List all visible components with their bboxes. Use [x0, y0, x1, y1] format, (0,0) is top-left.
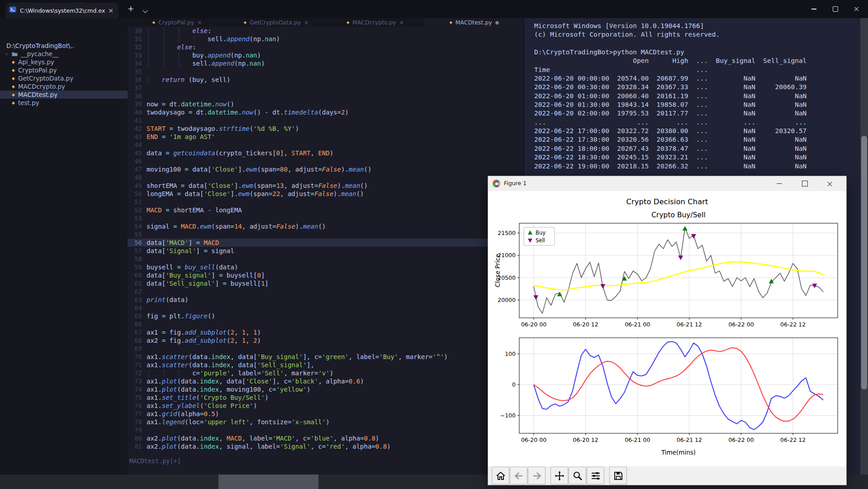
figure-maximize-button[interactable] — [795, 176, 815, 191]
code-line-48[interactable]: 48 — [128, 173, 524, 182]
code-line-49[interactable]: 49shortEMA = data['Close'].ewm(span=13, … — [128, 182, 524, 190]
code-token: , adjust — [280, 190, 310, 197]
tree-item-cryptopal-py[interactable]: ◆CryptoPal.py — [0, 66, 128, 74]
code-token: (days — [318, 109, 337, 116]
code-line-60[interactable]: 60data['Buy_signal'] = buysell[0] — [128, 271, 524, 279]
code-line-72[interactable]: 72│ │ │ c='purple', label='Sell', marker… — [128, 369, 524, 377]
tree-item-macdtest-py[interactable]: ◆MACDtest.py — [0, 91, 128, 99]
python-file-icon: ◆ — [450, 20, 452, 24]
code-line-58[interactable]: 58 — [128, 255, 524, 263]
terminal-tab[interactable]: C:\Windows\system32\cmd.ex × — [5, 3, 119, 18]
code-token: 'MACD' — [272, 435, 295, 442]
code-line-44[interactable]: 44 — [128, 141, 524, 149]
code-line-40[interactable]: 40twodaysago = dt.datetime.now() - dt.ti… — [128, 108, 524, 116]
toolbar-pan-button[interactable] — [550, 467, 568, 484]
tab-dropdown-button[interactable] — [141, 5, 150, 13]
figure-window[interactable]: Figure 1 Crypto Decision Chart Crypto Bu… — [488, 176, 847, 485]
code-line-34[interactable]: 34│ │ │ sell.append(np.nan) — [128, 59, 524, 67]
tab-close-icon[interactable]: × — [304, 19, 308, 26]
code-area[interactable]: 30│ │ │ else:31│ │ │ │ sell.append(np.na… — [128, 27, 524, 451]
code-line-53[interactable]: 53 — [128, 214, 524, 222]
code-line-36[interactable]: 36│ return (buy, sell) — [128, 76, 524, 84]
code-line-63[interactable]: 63print(data) — [128, 296, 524, 304]
code-line-47[interactable]: 47moving100 = data['Close'].ewm(span=80,… — [128, 165, 524, 173]
code-line-70[interactable]: 70ax1.scatter(data.index, data['Buy_sign… — [128, 353, 524, 361]
code-line-31[interactable]: 31│ │ │ │ sell.append(np.nan) — [128, 35, 524, 43]
file-explorer: D:\CryptoTradingBot\.. ›__pycache__◆Api_… — [0, 18, 128, 475]
code-line-73[interactable]: 73ax1.plot(data.index, data['Close'], c=… — [128, 377, 524, 385]
code-line-64[interactable]: 64 — [128, 304, 524, 312]
code-line-54[interactable]: 54signal = MACD.ewm(span=14, adjust=Fals… — [128, 222, 524, 230]
code-line-59[interactable]: 59buysell = buy_sell(data) — [128, 263, 524, 271]
toolbar-forward-button[interactable] — [528, 467, 545, 484]
code-line-69[interactable]: 69 — [128, 345, 524, 353]
code-line-65[interactable]: 65fig = plt.figure() — [128, 312, 524, 320]
code-line-71[interactable]: 71ax1.scatter(data.index, data['Sell_sig… — [128, 361, 524, 369]
code-line-78[interactable]: 78ax1.legend(loc='upper left', fontsize=… — [128, 418, 524, 426]
tab-close-icon[interactable]: × — [399, 19, 404, 26]
toolbar-home-button[interactable] — [492, 467, 509, 484]
toolbar-save-button[interactable] — [609, 467, 627, 484]
bottom-scrollbar-thumb[interactable] — [218, 475, 318, 489]
code-line-74[interactable]: 74ax1.plot(data.index, moving100, c='yel… — [128, 385, 524, 393]
editor-tab-getcryptodata-py[interactable]: ◆GetCryptoData.py× — [227, 18, 326, 27]
code-line-61[interactable]: 61data['Sell_signal'] = buysell[1] — [128, 279, 524, 288]
tree-item-getcryptodata-py[interactable]: ◆GetCryptoData.py — [0, 74, 128, 82]
figure-minimize-button[interactable] — [769, 176, 789, 191]
tree-item--pycache-[interactable]: ›__pycache__ — [0, 50, 128, 58]
code-line-56[interactable]: 56data['MACD'] = MACD — [128, 239, 524, 247]
code-token: () — [364, 166, 372, 173]
editor-tab-macdcrypto-py[interactable]: ◆MACDcrypto.py× — [326, 18, 425, 27]
window-close-button[interactable] — [846, 0, 867, 18]
code-line-37[interactable]: 37 — [128, 84, 524, 92]
code-line-67[interactable]: 67ax1 = fig.add_subplot(2, 1, 1) — [128, 328, 524, 336]
code-token: = — [162, 101, 166, 108]
scrollbar-thumb[interactable] — [861, 136, 867, 389]
code-line-51[interactable]: 51 — [128, 198, 524, 206]
toolbar-subplots-button[interactable] — [587, 467, 604, 484]
figure-titlebar[interactable]: Figure 1 — [488, 176, 846, 192]
code-line-62[interactable]: 62 — [128, 288, 524, 296]
code-line-32[interactable]: 32│ │ else: — [128, 43, 524, 51]
window-scrollbar[interactable] — [860, 18, 868, 489]
code-line-77[interactable]: 77ax1.grid(alpha=0.5) — [128, 410, 524, 418]
editor-tab-cryptopal-py[interactable]: ◆CryptoPal.py× — [128, 18, 227, 27]
code-line-33[interactable]: 33│ │ │ buy.append(np.nan) — [128, 51, 524, 59]
code-line-79[interactable]: 79 — [128, 426, 524, 434]
code-line-30[interactable]: 30│ │ │ else: — [128, 27, 524, 35]
tab-close-icon[interactable]: × — [197, 19, 202, 26]
code-line-68[interactable]: 68ax2 = fig.add_subplot(2, 1, 2) — [128, 336, 524, 345]
window-maximize-button[interactable] — [825, 0, 846, 18]
code-line-80[interactable]: 80ax2.plot(data.index, MACD, label='MACD… — [128, 434, 524, 442]
file-explorer-root[interactable]: D:\CryptoTradingBot\.. — [6, 42, 74, 50]
tree-item-api-keys-py[interactable]: ◆Api_keys.py — [0, 58, 128, 66]
code-line-50[interactable]: 50longEMA = data['Close'].ewm(span=22, a… — [128, 190, 524, 198]
code-line-39[interactable]: 39now = dt.datetime.now() — [128, 100, 524, 108]
editor-tab-macdtest-py[interactable]: ◆MACDtest.py● — [425, 18, 524, 27]
modified-dot-icon[interactable]: ● — [495, 20, 499, 25]
code-line-75[interactable]: 75ax1.set_title('Crypto Buy/Sell') — [128, 393, 524, 402]
code-line-43[interactable]: 43END = '1m ago AST' — [128, 133, 524, 141]
toolbar-back-button[interactable] — [510, 467, 527, 484]
code-line-46[interactable]: 46 — [128, 157, 524, 165]
code-token: 'green' — [322, 353, 349, 360]
window-minimize-button[interactable] — [803, 0, 825, 18]
code-line-41[interactable]: 41 — [128, 116, 524, 125]
code-line-66[interactable]: 66 — [128, 320, 524, 328]
code-line-35[interactable]: 35 — [128, 67, 524, 76]
code-line-55[interactable]: 55 — [128, 230, 524, 239]
code-line-52[interactable]: 52MACD = shortEMA - longEMA — [128, 206, 524, 214]
chevron-right-icon[interactable]: › — [5, 50, 9, 58]
new-tab-button[interactable]: + — [125, 4, 137, 14]
figure-close-button[interactable] — [820, 176, 840, 191]
tree-item-macdcrypto-py[interactable]: ◆MACDcrypto.py — [0, 82, 128, 91]
tree-item-test-py[interactable]: ◆test.py — [0, 99, 128, 107]
code-line-57[interactable]: 57data['Signal'] = signal — [128, 247, 524, 255]
terminal-tab-close-icon[interactable]: × — [107, 7, 115, 14]
toolbar-zoom-button[interactable] — [569, 467, 586, 484]
code-line-38[interactable]: 38 — [128, 92, 524, 100]
code-line-45[interactable]: 45data = getcoindata(crypto_tickers[0], … — [128, 149, 524, 157]
code-line-76[interactable]: 76ax1.set_ylabel('Close Price') — [128, 402, 524, 410]
code-line-81[interactable]: 81ax2.plot(data.index, signal, label='Si… — [128, 442, 524, 451]
code-line-42[interactable]: 42START = twodaysago.strftime('%d %B, %Y… — [128, 125, 524, 133]
